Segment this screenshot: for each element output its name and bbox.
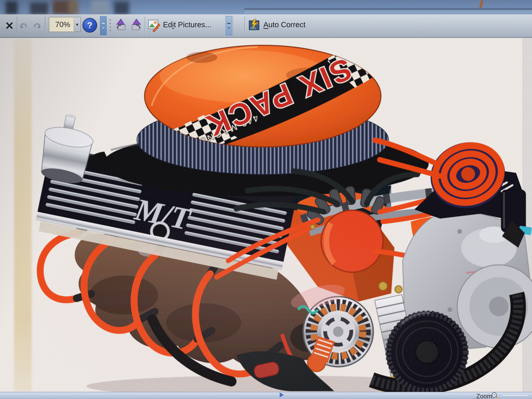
air-cleaner: 440 MAGNUM SIX PACK [87, 44, 429, 196]
screen-photo: ✕ 70% ▾ ? ⌄ [0, 0, 532, 399]
zoom-out-icon[interactable] [489, 392, 501, 399]
zoom-slider[interactable] [503, 395, 527, 396]
pointer-artifact [280, 393, 284, 397]
status-bar [0, 392, 532, 399]
toothed-pulley [386, 311, 468, 393]
engine-photo[interactable]: M/T [0, 0, 532, 399]
crank-pulley-hub [489, 297, 508, 316]
